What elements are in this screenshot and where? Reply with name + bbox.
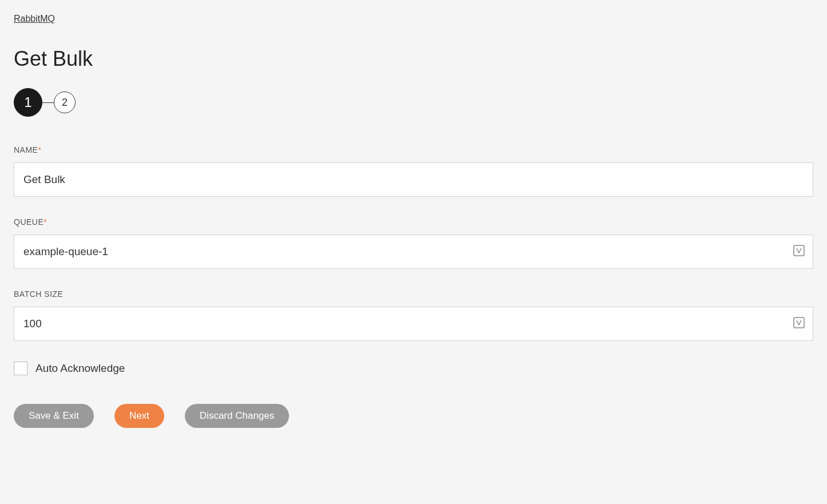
batch-size-input[interactable] (14, 307, 813, 341)
page-title: Get Bulk (14, 47, 813, 71)
batch-size-label: BATCH SIZE (14, 289, 813, 299)
step-1[interactable]: 1 (14, 88, 42, 117)
auto-ack-label: Auto Acknowledge (35, 362, 125, 375)
name-label: NAME* (14, 145, 813, 154)
required-asterisk: * (38, 145, 41, 154)
stepper: 1 2 (14, 88, 813, 117)
breadcrumb-link[interactable]: RabbitMQ (14, 14, 55, 24)
save-exit-button[interactable]: Save & Exit (14, 404, 94, 428)
form-group-queue: QUEUE* (14, 217, 813, 269)
form-group-batch-size: BATCH SIZE (14, 289, 813, 341)
svg-rect-1 (794, 318, 804, 328)
step-2[interactable]: 2 (54, 92, 76, 113)
step-connector (42, 102, 54, 103)
queue-label: QUEUE* (14, 217, 813, 227)
auto-ack-checkbox[interactable] (14, 362, 27, 375)
queue-label-text: QUEUE (14, 217, 43, 227)
next-button[interactable]: Next (114, 404, 164, 428)
queue-input[interactable] (14, 235, 813, 269)
svg-rect-0 (794, 245, 804, 256)
required-asterisk: * (43, 217, 47, 227)
discard-button[interactable]: Discard Changes (185, 404, 289, 428)
name-label-text: NAME (14, 145, 38, 154)
form-group-name: NAME* (14, 145, 813, 197)
auto-ack-row: Auto Acknowledge (14, 362, 813, 375)
variable-icon[interactable] (793, 316, 805, 331)
name-input[interactable] (14, 162, 813, 197)
button-row: Save & Exit Next Discard Changes (14, 404, 813, 428)
variable-icon[interactable] (793, 244, 805, 259)
